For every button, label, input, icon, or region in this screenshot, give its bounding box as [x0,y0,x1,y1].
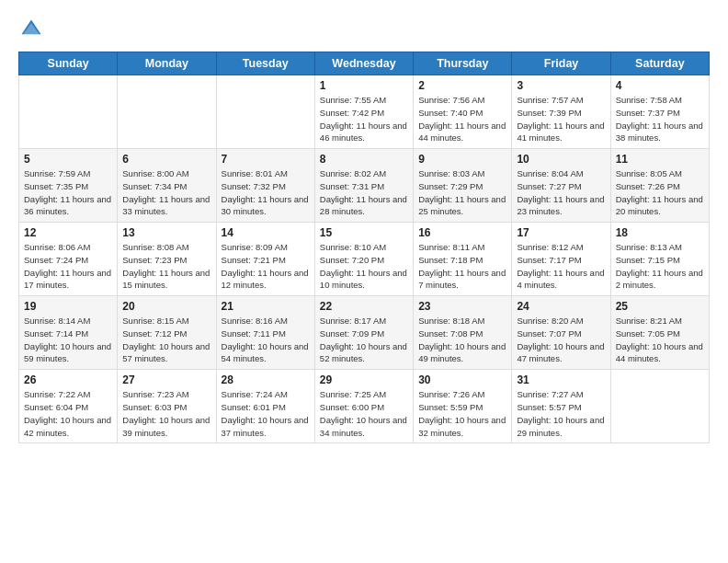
day-info: Sunrise: 8:21 AMSunset: 7:05 PMDaylight:… [616,315,704,365]
day-info: Sunrise: 8:05 AMSunset: 7:26 PMDaylight:… [616,167,704,218]
calendar-cell: 15Sunrise: 8:10 AMSunset: 7:20 PMDayligh… [314,223,413,296]
day-info: Sunrise: 8:03 AMSunset: 7:29 PMDaylight:… [418,167,506,218]
calendar-cell: 1Sunrise: 7:55 AMSunset: 7:42 PMDaylight… [314,75,413,149]
day-info: Sunrise: 7:25 AMSunset: 6:00 PMDaylight:… [320,388,408,439]
day-number: 12 [24,226,112,239]
calendar-cell: 28Sunrise: 7:24 AMSunset: 6:01 PMDayligh… [216,370,314,443]
day-info: Sunrise: 7:57 AMSunset: 7:39 PMDaylight:… [517,94,605,144]
day-info: Sunrise: 8:10 AMSunset: 7:20 PMDaylight:… [320,241,408,292]
day-info: Sunrise: 8:02 AMSunset: 7:31 PMDaylight:… [320,167,408,218]
weekday-header-wednesday: Wednesday [314,52,413,75]
day-info: Sunrise: 8:17 AMSunset: 7:09 PMDaylight:… [320,315,408,365]
calendar-cell: 2Sunrise: 7:56 AMSunset: 7:40 PMDaylight… [414,75,512,149]
calendar-cell: 19Sunrise: 8:14 AMSunset: 7:14 PMDayligh… [19,296,118,370]
day-number: 19 [24,300,112,313]
day-info: Sunrise: 7:24 AMSunset: 6:01 PMDaylight:… [222,388,310,439]
day-info: Sunrise: 8:01 AMSunset: 7:32 PMDaylight:… [222,167,310,218]
calendar-cell: 27Sunrise: 7:23 AMSunset: 6:03 PMDayligh… [118,370,216,443]
calendar-cell: 25Sunrise: 8:21 AMSunset: 7:05 PMDayligh… [610,296,709,370]
weekday-header-monday: Monday [118,52,216,75]
page: SundayMondayTuesdayWednesdayThursdayFrid… [0,0,728,563]
day-number: 11 [616,153,704,166]
logo [18,17,48,42]
calendar-cell [118,75,216,149]
day-info: Sunrise: 8:18 AMSunset: 7:08 PMDaylight:… [418,315,506,365]
day-number: 2 [418,79,506,92]
day-info: Sunrise: 8:04 AMSunset: 7:27 PMDaylight:… [517,167,605,218]
weekday-header-row: SundayMondayTuesdayWednesdayThursdayFrid… [19,52,710,75]
day-info: Sunrise: 7:55 AMSunset: 7:42 PMDaylight:… [320,94,408,144]
calendar-cell: 17Sunrise: 8:12 AMSunset: 7:17 PMDayligh… [512,223,610,296]
day-number: 14 [222,226,310,239]
calendar-table: SundayMondayTuesdayWednesdayThursdayFrid… [18,52,710,443]
day-number: 7 [222,153,310,166]
calendar-cell [19,75,118,149]
day-number: 10 [517,153,605,166]
day-number: 25 [616,300,704,313]
day-info: Sunrise: 8:11 AMSunset: 7:18 PMDaylight:… [418,241,506,292]
calendar-cell: 16Sunrise: 8:11 AMSunset: 7:18 PMDayligh… [414,223,512,296]
weekday-header-saturday: Saturday [610,52,709,75]
calendar-week-row: 12Sunrise: 8:06 AMSunset: 7:24 PMDayligh… [19,223,710,296]
day-info: Sunrise: 7:27 AMSunset: 5:57 PMDaylight:… [517,388,605,439]
day-number: 13 [122,226,210,239]
calendar-cell: 22Sunrise: 8:17 AMSunset: 7:09 PMDayligh… [314,296,413,370]
day-info: Sunrise: 7:23 AMSunset: 6:03 PMDaylight:… [122,388,210,439]
weekday-header-sunday: Sunday [19,52,118,75]
day-number: 20 [122,300,210,313]
day-info: Sunrise: 8:13 AMSunset: 7:15 PMDaylight:… [616,241,704,292]
day-info: Sunrise: 7:26 AMSunset: 5:59 PMDaylight:… [418,388,506,439]
calendar-cell: 29Sunrise: 7:25 AMSunset: 6:00 PMDayligh… [314,370,413,443]
day-number: 18 [616,226,704,239]
day-number: 22 [320,300,408,313]
calendar-cell: 10Sunrise: 8:04 AMSunset: 7:27 PMDayligh… [512,149,610,223]
calendar-cell: 3Sunrise: 7:57 AMSunset: 7:39 PMDaylight… [512,75,610,149]
calendar-cell: 18Sunrise: 8:13 AMSunset: 7:15 PMDayligh… [610,223,709,296]
header [18,17,710,42]
logo-icon [18,17,44,42]
calendar-cell: 26Sunrise: 7:22 AMSunset: 6:04 PMDayligh… [19,370,118,443]
calendar-cell: 8Sunrise: 8:02 AMSunset: 7:31 PMDaylight… [314,149,413,223]
calendar-week-row: 26Sunrise: 7:22 AMSunset: 6:04 PMDayligh… [19,370,710,443]
calendar-week-row: 1Sunrise: 7:55 AMSunset: 7:42 PMDaylight… [19,75,710,149]
day-number: 3 [517,79,605,92]
calendar-cell [610,370,709,443]
day-number: 30 [418,373,506,386]
calendar-cell: 24Sunrise: 8:20 AMSunset: 7:07 PMDayligh… [512,296,610,370]
calendar-cell: 11Sunrise: 8:05 AMSunset: 7:26 PMDayligh… [610,149,709,223]
day-number: 28 [222,373,310,386]
calendar-cell: 31Sunrise: 7:27 AMSunset: 5:57 PMDayligh… [512,370,610,443]
calendar-cell [216,75,314,149]
calendar-week-row: 5Sunrise: 7:59 AMSunset: 7:35 PMDaylight… [19,149,710,223]
calendar-cell: 20Sunrise: 8:15 AMSunset: 7:12 PMDayligh… [118,296,216,370]
day-number: 5 [24,153,112,166]
day-info: Sunrise: 8:16 AMSunset: 7:11 PMDaylight:… [222,315,310,365]
day-number: 6 [122,153,210,166]
calendar-cell: 30Sunrise: 7:26 AMSunset: 5:59 PMDayligh… [414,370,512,443]
calendar-cell: 5Sunrise: 7:59 AMSunset: 7:35 PMDaylight… [19,149,118,223]
day-number: 4 [616,79,704,92]
day-number: 15 [320,226,408,239]
day-info: Sunrise: 8:15 AMSunset: 7:12 PMDaylight:… [122,315,210,365]
calendar-week-row: 19Sunrise: 8:14 AMSunset: 7:14 PMDayligh… [19,296,710,370]
weekday-header-tuesday: Tuesday [216,52,314,75]
weekday-header-friday: Friday [512,52,610,75]
day-info: Sunrise: 7:58 AMSunset: 7:37 PMDaylight:… [616,94,704,144]
calendar-cell: 14Sunrise: 8:09 AMSunset: 7:21 PMDayligh… [216,223,314,296]
day-info: Sunrise: 7:22 AMSunset: 6:04 PMDaylight:… [24,388,112,439]
day-number: 9 [418,153,506,166]
day-number: 17 [517,226,605,239]
calendar-cell: 9Sunrise: 8:03 AMSunset: 7:29 PMDaylight… [414,149,512,223]
day-info: Sunrise: 8:00 AMSunset: 7:34 PMDaylight:… [122,167,210,218]
day-info: Sunrise: 8:08 AMSunset: 7:23 PMDaylight:… [122,241,210,292]
day-number: 29 [320,373,408,386]
weekday-header-thursday: Thursday [414,52,512,75]
calendar-cell: 13Sunrise: 8:08 AMSunset: 7:23 PMDayligh… [118,223,216,296]
day-number: 16 [418,226,506,239]
day-info: Sunrise: 8:14 AMSunset: 7:14 PMDaylight:… [24,315,112,365]
day-number: 8 [320,153,408,166]
calendar-cell: 23Sunrise: 8:18 AMSunset: 7:08 PMDayligh… [414,296,512,370]
day-number: 27 [122,373,210,386]
day-info: Sunrise: 7:56 AMSunset: 7:40 PMDaylight:… [418,94,506,144]
day-number: 26 [24,373,112,386]
